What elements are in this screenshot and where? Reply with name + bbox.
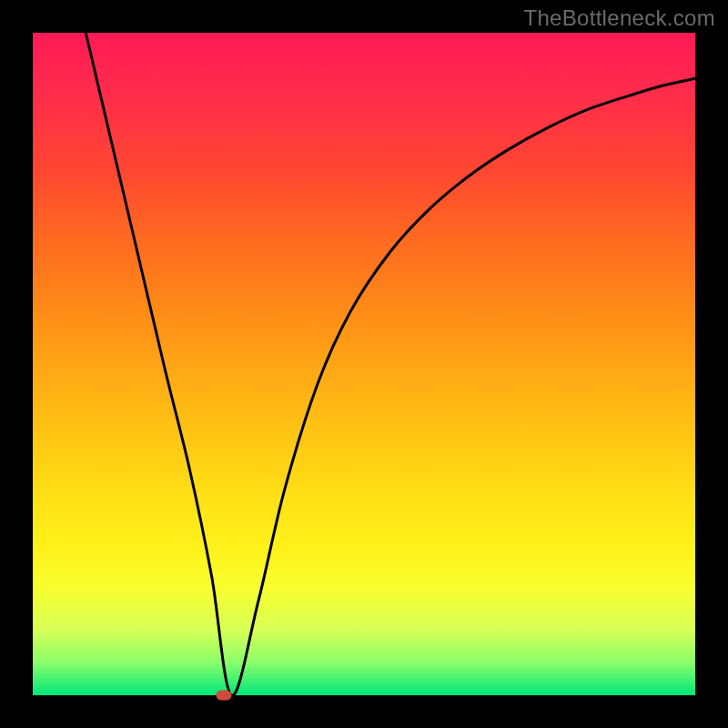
watermark-text: TheBottleneck.com [523, 5, 715, 31]
plot-area [33, 33, 695, 695]
curve-svg [33, 33, 695, 695]
bottleneck-curve [86, 33, 695, 695]
minimum-marker [216, 691, 231, 701]
chart-frame: TheBottleneck.com [0, 0, 728, 728]
